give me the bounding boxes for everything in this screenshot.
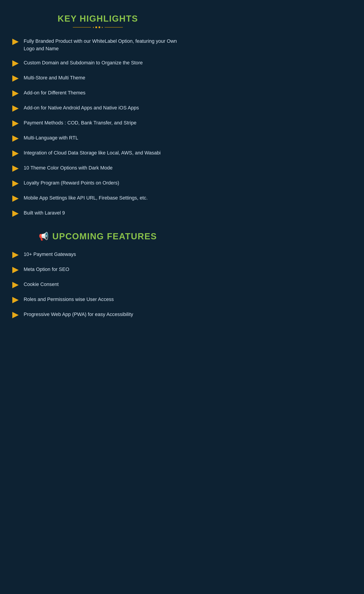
list-item: Mobile App Settings like API URL, Fireba… xyxy=(11,194,184,203)
key-highlights-list: Fully Branded Product with our WhiteLabe… xyxy=(11,37,184,218)
list-item-text: Roles and Permissions wise User Access xyxy=(24,296,114,303)
list-item-text: Custom Domain and Subdomain to Organize … xyxy=(24,59,143,67)
list-item-text: Progressive Web App (PWA) for easy Acces… xyxy=(24,310,133,318)
list-item: Progressive Web App (PWA) for easy Acces… xyxy=(11,310,184,319)
list-item-text: Multi-Language with RTL xyxy=(24,134,78,142)
list-item-text: Loyalty Program (Reward Points on Orders… xyxy=(24,179,119,187)
svg-marker-15 xyxy=(12,297,19,303)
list-item-text: Payment Methods : COD, Bank Transfer, an… xyxy=(24,119,136,127)
list-item: Add-on for Native Android Apps and Nativ… xyxy=(11,104,184,113)
svg-marker-3 xyxy=(12,90,19,97)
list-item: Fully Branded Product with our WhiteLabe… xyxy=(11,37,184,53)
list-item: Custom Domain and Subdomain to Organize … xyxy=(11,59,184,68)
svg-marker-11 xyxy=(12,210,19,217)
list-item: Loyalty Program (Reward Points on Orders… xyxy=(11,179,184,188)
svg-marker-8 xyxy=(12,165,19,172)
list-item-text: Add-on for Native Android Apps and Nativ… xyxy=(24,104,139,111)
svg-marker-5 xyxy=(12,120,19,127)
divider-dot-2 xyxy=(95,26,97,28)
svg-marker-7 xyxy=(12,150,19,157)
svg-marker-4 xyxy=(12,105,19,112)
arrow-icon xyxy=(11,180,20,188)
list-item: Built with Laravel 9 xyxy=(11,209,184,218)
upcoming-features-title: UPCOMING FEATURES xyxy=(52,231,157,241)
list-item: 10 Theme Color Options with Dark Mode xyxy=(11,164,184,173)
divider-dot-4 xyxy=(102,27,103,28)
list-item-text: 10+ Payment Gateways xyxy=(24,250,76,258)
svg-marker-13 xyxy=(12,267,19,273)
arrow-icon xyxy=(11,38,20,46)
list-item: Cookie Consent xyxy=(11,281,184,289)
svg-marker-12 xyxy=(12,252,19,258)
list-item: Meta Option for SEO xyxy=(11,265,184,274)
svg-marker-14 xyxy=(12,282,19,288)
arrow-icon xyxy=(11,296,20,304)
svg-marker-9 xyxy=(12,180,19,187)
list-item-text: Cookie Consent xyxy=(24,281,59,288)
arrow-icon xyxy=(11,135,20,143)
divider-dot-1 xyxy=(93,27,94,28)
list-item: Integration of Cloud Data Storage like L… xyxy=(11,149,184,158)
arrow-icon xyxy=(11,119,20,128)
list-item-text: Fully Branded Product with our WhiteLabe… xyxy=(24,37,184,53)
list-item-text: Multi-Store and Multi Theme xyxy=(24,74,85,81)
divider-line-left xyxy=(73,27,91,27)
megaphone-icon: 📢 xyxy=(39,232,49,240)
arrow-icon xyxy=(11,164,20,173)
arrow-icon xyxy=(11,281,20,289)
list-item: Multi-Store and Multi Theme xyxy=(11,74,184,83)
list-item: Add-on for Different Themes xyxy=(11,89,184,98)
list-item-text: Add-on for Different Themes xyxy=(24,89,86,96)
list-item: 10+ Payment Gateways xyxy=(11,250,184,259)
arrow-icon xyxy=(11,311,20,319)
section-divider xyxy=(11,26,184,28)
svg-marker-0 xyxy=(12,39,19,45)
arrow-icon xyxy=(11,195,20,203)
arrow-icon xyxy=(11,74,20,83)
list-item: Multi-Language with RTL xyxy=(11,134,184,143)
list-item-text: Integration of Cloud Data Storage like L… xyxy=(24,149,161,156)
list-item-text: Built with Laravel 9 xyxy=(24,209,65,216)
list-item-text: 10 Theme Color Options with Dark Mode xyxy=(24,164,113,172)
upcoming-features-header: 📢 UPCOMING FEATURES xyxy=(11,231,184,241)
arrow-icon xyxy=(11,251,20,259)
divider-line-right xyxy=(105,27,123,27)
arrow-icon xyxy=(11,149,20,158)
upcoming-features-list: 10+ Payment Gateways Meta Option for SEO… xyxy=(11,250,184,319)
divider-dots xyxy=(91,26,105,28)
svg-marker-1 xyxy=(12,60,19,67)
arrow-icon xyxy=(11,266,20,274)
arrow-icon xyxy=(11,209,20,218)
upcoming-features-section: 📢 UPCOMING FEATURES 10+ Payment Gateways… xyxy=(11,231,184,319)
list-item-text: Mobile App Settings like API URL, Fireba… xyxy=(24,194,148,202)
arrow-icon xyxy=(11,89,20,98)
list-item: Roles and Permissions wise User Access xyxy=(11,296,184,304)
svg-marker-10 xyxy=(12,196,19,202)
list-item-text: Meta Option for SEO xyxy=(24,265,69,273)
list-item: Payment Methods : COD, Bank Transfer, an… xyxy=(11,119,184,128)
arrow-icon xyxy=(11,104,20,113)
arrow-icon xyxy=(11,59,20,68)
svg-marker-6 xyxy=(12,135,19,142)
key-highlights-title: KEY HIGHLIGHTS xyxy=(11,14,184,24)
svg-marker-2 xyxy=(12,75,19,82)
divider-dot-3 xyxy=(99,26,100,28)
svg-marker-16 xyxy=(12,312,19,318)
